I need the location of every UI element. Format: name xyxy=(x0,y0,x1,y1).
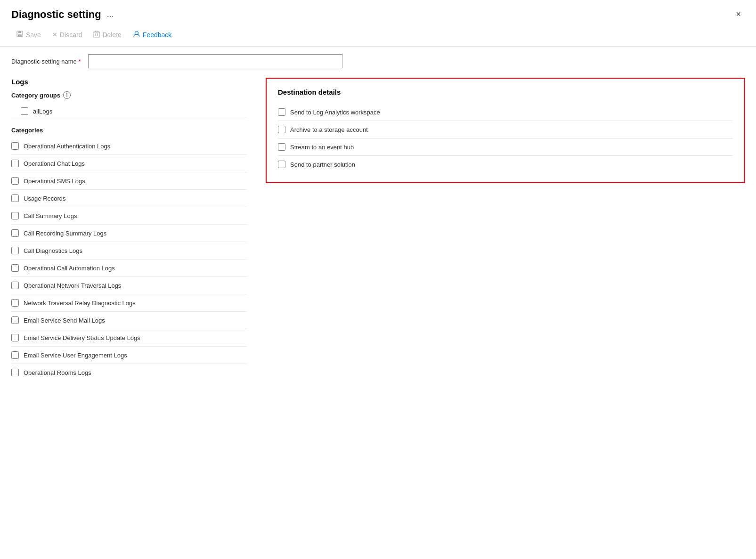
required-star: * xyxy=(78,58,81,65)
categories-section: Categories Operational Authentication Lo… xyxy=(11,127,247,381)
header-title: Diagnostic setting ... xyxy=(11,8,114,21)
toolbar: Save ✕ Discard Delete xyxy=(0,25,756,47)
destination-label: Archive to a storage account xyxy=(290,126,368,133)
category-checkbox-4[interactable] xyxy=(11,212,19,219)
category-row: Call Summary Logs xyxy=(11,207,247,225)
category-label: Email Service Send Mail Logs xyxy=(24,317,105,324)
page-title: Diagnostic setting xyxy=(11,8,101,21)
destination-options-list: Send to Log Analytics workspaceArchive t… xyxy=(278,104,732,173)
category-row: Operational Rooms Logs xyxy=(11,364,247,381)
destination-checkbox-2[interactable] xyxy=(278,143,285,151)
header-ellipsis[interactable]: ... xyxy=(107,9,114,19)
destination-title: Destination details xyxy=(278,88,732,96)
category-label: Call Diagnostics Logs xyxy=(24,247,82,254)
setting-name-label: Diagnostic setting name * xyxy=(11,58,81,65)
category-checkbox-11[interactable] xyxy=(11,334,19,341)
category-checkbox-0[interactable] xyxy=(11,142,19,150)
category-label: Email Service User Engagement Logs xyxy=(24,352,127,359)
category-row: Network Traversal Relay Diagnostic Logs xyxy=(11,294,247,312)
category-row: Call Diagnostics Logs xyxy=(11,242,247,259)
save-icon xyxy=(16,30,24,39)
category-row: Operational Authentication Logs xyxy=(11,138,247,155)
destination-label: Stream to an event hub xyxy=(290,144,354,151)
destination-label: Send to partner solution xyxy=(290,161,355,168)
svg-rect-3 xyxy=(94,32,99,37)
alllogs-checkbox[interactable] xyxy=(21,107,28,115)
category-label: Call Recording Summary Logs xyxy=(24,230,106,237)
setting-name-row: Diagnostic setting name * xyxy=(11,54,745,68)
destination-section: Destination details Send to Log Analytic… xyxy=(266,78,745,183)
category-checkbox-3[interactable] xyxy=(11,194,19,202)
category-checkbox-1[interactable] xyxy=(11,160,19,167)
category-row: Operational Chat Logs xyxy=(11,155,247,172)
categories-label: Categories xyxy=(11,127,43,134)
logs-section-title: Logs xyxy=(11,78,247,86)
category-row: Call Recording Summary Logs xyxy=(11,225,247,242)
category-checkbox-13[interactable] xyxy=(11,369,19,376)
category-label: Operational Network Traversal Logs xyxy=(24,282,121,289)
destination-option-row: Send to partner solution xyxy=(278,156,732,173)
destination-option-row: Stream to an event hub xyxy=(278,138,732,156)
category-checkbox-9[interactable] xyxy=(11,299,19,307)
feedback-label: Feedback xyxy=(143,31,171,39)
category-groups-label: Category groups xyxy=(11,92,60,99)
destination-checkbox-1[interactable] xyxy=(278,126,285,133)
category-checkbox-6[interactable] xyxy=(11,247,19,254)
category-label: Operational Authentication Logs xyxy=(24,143,110,150)
category-row: Email Service Delivery Status Update Log… xyxy=(11,329,247,347)
category-row: Email Service User Engagement Logs xyxy=(11,347,247,364)
category-row: Operational Call Automation Logs xyxy=(11,259,247,277)
save-button[interactable]: Save xyxy=(11,28,46,41)
close-button[interactable]: × xyxy=(732,8,745,21)
categories-list: Operational Authentication LogsOperation… xyxy=(11,138,247,381)
category-label: Network Traversal Relay Diagnostic Logs xyxy=(24,300,136,307)
delete-label: Delete xyxy=(102,31,121,39)
category-label: Operational Call Automation Logs xyxy=(24,265,115,272)
destination-box: Destination details Send to Log Analytic… xyxy=(266,78,745,183)
feedback-icon xyxy=(133,30,140,39)
destination-checkbox-3[interactable] xyxy=(278,161,285,168)
category-groups-header: Category groups i xyxy=(11,91,247,99)
alllogs-row: allLogs xyxy=(11,103,247,117)
destination-checkbox-0[interactable] xyxy=(278,108,285,116)
setting-name-input[interactable] xyxy=(88,54,342,68)
category-label: Operational SMS Logs xyxy=(24,178,85,185)
category-checkbox-2[interactable] xyxy=(11,177,19,185)
category-label: Usage Records xyxy=(24,195,66,202)
discard-button[interactable]: ✕ Discard xyxy=(48,29,87,41)
category-label: Call Summary Logs xyxy=(24,212,77,219)
category-row: Operational Network Traversal Logs xyxy=(11,277,247,294)
category-checkbox-8[interactable] xyxy=(11,282,19,289)
category-label: Email Service Delivery Status Update Log… xyxy=(24,334,140,341)
destination-option-row: Send to Log Analytics workspace xyxy=(278,104,732,121)
discard-icon: ✕ xyxy=(52,31,57,38)
content-area: Diagnostic setting name * Logs Category … xyxy=(0,47,756,389)
delete-icon xyxy=(93,30,100,39)
two-col-layout: Logs Category groups i allLogs Categorie… xyxy=(11,78,745,381)
info-icon[interactable]: i xyxy=(63,91,71,99)
destination-option-row: Archive to a storage account xyxy=(278,121,732,138)
page-container: Diagnostic setting ... × Save ✕ Discard xyxy=(0,0,756,559)
discard-label: Discard xyxy=(60,31,82,39)
feedback-button[interactable]: Feedback xyxy=(128,28,176,41)
header: Diagnostic setting ... × xyxy=(0,0,756,25)
delete-button[interactable]: Delete xyxy=(89,28,126,41)
category-checkbox-12[interactable] xyxy=(11,351,19,359)
logs-section: Logs Category groups i allLogs Categorie… xyxy=(11,78,247,381)
svg-rect-1 xyxy=(18,31,21,33)
category-checkbox-10[interactable] xyxy=(11,316,19,324)
save-label: Save xyxy=(26,31,41,39)
destination-label: Send to Log Analytics workspace xyxy=(290,109,380,116)
alllogs-label: allLogs xyxy=(33,108,52,115)
category-row: Operational SMS Logs xyxy=(11,172,247,190)
svg-rect-2 xyxy=(18,34,22,37)
category-checkbox-7[interactable] xyxy=(11,264,19,272)
categories-header: Categories xyxy=(11,127,247,134)
category-row: Usage Records xyxy=(11,190,247,207)
category-row: Email Service Send Mail Logs xyxy=(11,312,247,329)
category-checkbox-5[interactable] xyxy=(11,229,19,237)
category-label: Operational Chat Logs xyxy=(24,160,85,167)
category-label: Operational Rooms Logs xyxy=(24,369,91,376)
